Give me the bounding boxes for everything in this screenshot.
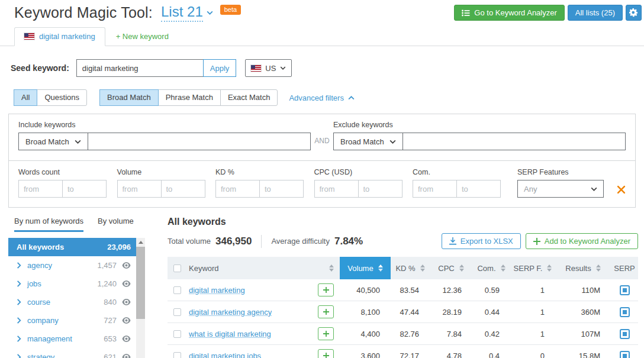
group-row[interactable]: jobs 1,240 [8, 275, 136, 293]
match-type-chip[interactable]: Exact Match [220, 89, 278, 106]
filter-from-input[interactable] [314, 180, 359, 198]
match-type-chip[interactable]: Broad Match [99, 89, 159, 106]
filter-to-input[interactable] [456, 180, 501, 198]
group-row[interactable]: agency 1,457 [8, 256, 136, 275]
group-row[interactable]: course 840 [8, 293, 136, 311]
chevron-right-icon[interactable] [17, 336, 21, 342]
add-keyword-button[interactable] [318, 283, 334, 296]
tab-digital-marketing[interactable]: digital marketing [14, 27, 105, 46]
filter-chip[interactable]: All [14, 89, 37, 106]
filter-to-input[interactable] [161, 180, 205, 198]
include-match-select[interactable]: Broad Match [18, 133, 88, 150]
column-cpc[interactable]: CPC [430, 257, 472, 279]
group-label[interactable]: strategy [27, 353, 54, 358]
scrollbar-up-arrow[interactable] [136, 238, 145, 247]
serp-preview-icon[interactable] [620, 285, 630, 295]
cpc-value: 7.84 [430, 330, 472, 338]
column-results[interactable]: Results [555, 257, 611, 279]
sort-icon[interactable] [329, 265, 334, 272]
filter-chip[interactable]: Questions [37, 89, 87, 106]
sort-icon[interactable] [378, 265, 383, 272]
sort-icon[interactable] [459, 265, 464, 272]
group-row[interactable]: management 653 [8, 330, 136, 348]
filter-from-input[interactable] [413, 180, 457, 198]
sort-icon[interactable] [501, 265, 505, 272]
column-keyword[interactable]: Keyword [186, 257, 340, 279]
row-checkbox[interactable] [173, 352, 181, 358]
serp-features-select[interactable]: Any [517, 180, 604, 198]
eye-icon[interactable] [122, 262, 131, 269]
eye-icon[interactable] [122, 336, 131, 342]
chevron-right-icon[interactable] [17, 317, 21, 324]
row-checkbox[interactable] [173, 308, 181, 316]
group-label[interactable]: course [27, 298, 50, 307]
serp-preview-icon[interactable] [620, 351, 630, 358]
group-row[interactable]: company 727 [8, 311, 136, 330]
sidebar-tab[interactable]: By num of keywords [14, 217, 83, 232]
group-row[interactable]: strategy 621 [8, 348, 136, 358]
group-count: 23,096 [107, 243, 131, 251]
eye-icon[interactable] [122, 280, 131, 287]
filter-from-input[interactable] [18, 180, 63, 198]
eye-icon[interactable] [122, 317, 131, 324]
go-to-keyword-analyzer-button[interactable]: Go to Keyword Analyzer [454, 5, 564, 21]
keyword-link[interactable]: what is digital marketing [189, 330, 271, 338]
keyword-link[interactable]: digital marketing agency [189, 308, 272, 317]
new-keyword-button[interactable]: + New keyword [105, 28, 179, 46]
settings-button[interactable] [626, 5, 642, 21]
select-all-checkbox[interactable] [173, 265, 181, 272]
group-label[interactable]: management [27, 334, 72, 343]
serp-preview-icon[interactable] [620, 307, 630, 317]
eye-icon[interactable] [122, 354, 131, 358]
scrollbar-thumb[interactable] [136, 247, 145, 319]
gear-icon [629, 8, 638, 17]
export-xlsx-button[interactable]: Export to XLSX [442, 233, 521, 249]
filter-to-input[interactable] [62, 180, 107, 198]
sidebar-scrollbar[interactable] [136, 238, 145, 358]
exclude-keywords-input[interactable] [403, 133, 626, 150]
serp-features-label: SERP Features [517, 168, 604, 176]
eye-icon[interactable] [122, 299, 131, 305]
sidebar-tab[interactable]: By volume [98, 217, 134, 232]
chevron-right-icon[interactable] [17, 299, 21, 305]
serp-preview-icon[interactable] [620, 329, 630, 339]
advanced-filters-toggle[interactable]: Advanced filters [289, 93, 355, 102]
group-label[interactable]: company [27, 316, 59, 325]
chevron-down-icon [389, 140, 396, 144]
keyword-link[interactable]: digital marketing [189, 286, 245, 295]
group-all-keywords[interactable]: All keywords 23,096 [8, 238, 136, 256]
list-selector[interactable]: List 21 [161, 4, 213, 22]
add-keyword-button[interactable] [318, 327, 334, 340]
column-serp-f[interactable]: SERP F. [510, 257, 555, 279]
chevron-right-icon[interactable] [17, 280, 21, 287]
add-keyword-button[interactable] [318, 305, 334, 318]
filter-from-input[interactable] [215, 180, 260, 198]
include-keywords-input[interactable] [88, 133, 311, 150]
filter-from-input[interactable] [117, 180, 162, 198]
sort-icon[interactable] [547, 265, 552, 272]
close-filters-icon[interactable] [617, 185, 626, 194]
seed-keyword-input[interactable] [76, 59, 204, 77]
all-lists-button[interactable]: All lists (25) [568, 5, 623, 21]
match-type-chip[interactable]: Phrase Match [158, 89, 221, 106]
row-checkbox[interactable] [173, 286, 181, 294]
filter-to-input[interactable] [259, 180, 304, 198]
group-label[interactable]: agency [27, 261, 52, 270]
column-kd[interactable]: KD % [391, 257, 430, 279]
apply-button[interactable]: Apply [203, 59, 237, 77]
sort-icon[interactable] [420, 265, 425, 272]
column-com[interactable]: Com. [472, 257, 510, 279]
sort-icon[interactable] [596, 265, 601, 272]
region-selector[interactable]: US [245, 59, 292, 77]
exclude-match-select[interactable]: Broad Match [333, 133, 403, 150]
chevron-right-icon[interactable] [17, 262, 21, 269]
column-volume[interactable]: Volume [340, 257, 391, 279]
group-label[interactable]: jobs [27, 279, 41, 288]
keyword-link[interactable]: digital marketing jobs [189, 351, 261, 358]
add-keyword-button[interactable] [318, 349, 334, 358]
list-name[interactable]: List 21 [161, 4, 203, 22]
filter-to-input[interactable] [358, 180, 402, 198]
add-to-keyword-analyzer-button[interactable]: Add to Keyword Analyzer [526, 233, 638, 249]
chevron-right-icon[interactable] [17, 354, 21, 358]
row-checkbox[interactable] [173, 330, 181, 338]
